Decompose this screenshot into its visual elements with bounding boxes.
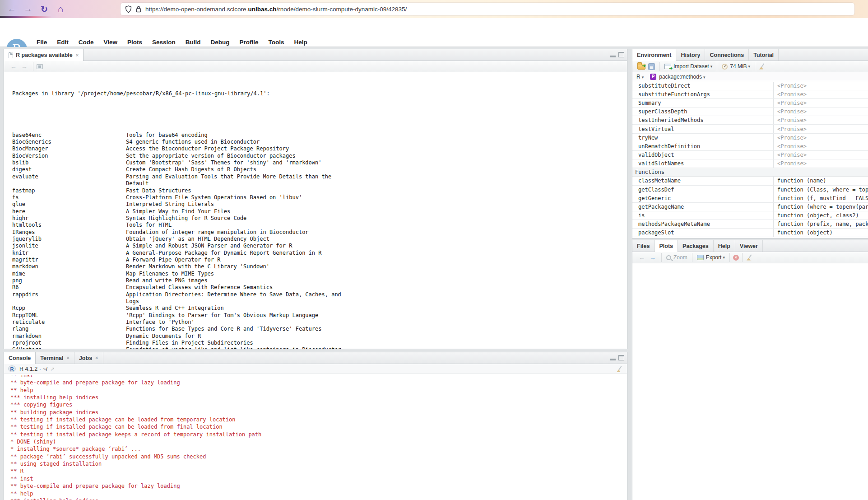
tracking-shield-icon[interactable] <box>125 5 132 13</box>
environment-row[interactable]: superClassDepth <Promise> <box>632 107 868 116</box>
package-name: rmarkdown <box>12 333 126 340</box>
object-value: function (name) <box>774 177 826 185</box>
tab-files[interactable]: Files <box>632 240 655 252</box>
package-name: Rcpp <box>12 305 126 312</box>
menu-item-view[interactable]: View <box>99 39 123 46</box>
document-icon <box>9 52 13 58</box>
tab-viewer[interactable]: Viewer <box>735 240 763 252</box>
r-logo-icon: R <box>8 365 16 372</box>
maximize-pane-icon[interactable] <box>618 355 624 360</box>
menu-item-plots[interactable]: Plots <box>122 39 147 46</box>
menu-item-profile[interactable]: Profile <box>235 39 264 46</box>
object-name: getPackageName <box>632 203 774 211</box>
package-name: fastmap <box>12 187 126 194</box>
language-selector[interactable]: R▾ <box>636 74 644 80</box>
tab-terminal[interactable]: Terminal × <box>36 352 74 364</box>
environment-row[interactable]: classMetaName function (name) <box>632 177 868 185</box>
object-name: tryNew <box>632 134 774 142</box>
memory-usage-button[interactable]: 74 MiB ▾ <box>720 62 752 70</box>
tab-r-packages-available[interactable]: R packages available × <box>4 49 84 61</box>
remove-plot-icon[interactable]: × <box>733 255 739 261</box>
tab-history[interactable]: History <box>676 49 705 61</box>
environment-row[interactable]: getPackageName function (where = topenv(… <box>632 203 868 211</box>
lock-icon[interactable] <box>136 6 141 13</box>
package-description: A Simple and Robust JSON Parser and Gene… <box>126 243 292 249</box>
environment-row[interactable]: Summary <Promise> <box>632 99 868 107</box>
library-path-header: Packages in library '/project/home/pesco… <box>12 90 627 97</box>
open-in-new-window-icon[interactable]: ↗ <box>50 366 55 372</box>
environment-selector[interactable]: package:methods▾ <box>659 74 705 80</box>
package-name: highr <box>12 215 126 222</box>
package-row: BiocManager Access the Bioconductor Proj… <box>12 145 627 152</box>
browser-forward-button[interactable]: → <box>22 3 34 15</box>
browser-back-button[interactable]: ← <box>5 3 18 15</box>
environment-row[interactable]: testVirtual <Promise> <box>632 125 868 133</box>
environment-row[interactable]: substituteDirect <Promise> <box>632 82 868 90</box>
menu-item-build[interactable]: Build <box>181 39 206 46</box>
clear-environment-icon[interactable] <box>758 63 765 70</box>
package-name: IRanges <box>12 229 126 236</box>
import-dataset-button[interactable]: Import Dataset ▾ <box>663 62 714 70</box>
close-tab-icon[interactable]: × <box>66 355 69 360</box>
memory-usage-caret: ▾ <box>748 64 751 69</box>
clear-all-plots-icon[interactable] <box>746 254 752 261</box>
minimize-pane-icon[interactable] <box>610 55 616 57</box>
previous-plot-icon[interactable]: ← <box>636 254 647 261</box>
package-name: BiocGenerics <box>12 139 126 145</box>
browser-refresh-button[interactable]: ↻ <box>38 3 51 15</box>
package-row: rlang Functions for Base Types and Core … <box>12 326 627 332</box>
save-workspace-button[interactable] <box>647 62 656 71</box>
environment-row[interactable]: getClassDef function (Class, where = top… <box>632 186 868 194</box>
menu-item-help[interactable]: Help <box>289 39 312 46</box>
menu-item-session[interactable]: Session <box>147 39 181 46</box>
object-value: function (f, mustFind = FALSE <box>774 194 868 202</box>
browser-home-button[interactable]: ⌂ <box>54 3 67 15</box>
tab-connections[interactable]: Connections <box>705 49 749 61</box>
next-plot-icon[interactable]: → <box>647 254 658 261</box>
package-name: here <box>12 208 126 215</box>
console-output[interactable]: ** inst** byte-compile and prepare packa… <box>4 375 627 500</box>
show-in-new-window-icon[interactable] <box>37 64 43 69</box>
source-back-icon[interactable]: ← <box>8 63 19 70</box>
zoom-plot-button[interactable]: Zoom <box>665 253 689 262</box>
source-forward-icon[interactable]: → <box>19 63 30 70</box>
package-description: Encapsulated Classes with Reference Sema… <box>126 284 273 291</box>
menu-item-file[interactable]: File <box>32 39 52 46</box>
object-name: validSlotNames <box>632 159 774 168</box>
tab-environment[interactable]: Environment <box>632 49 676 61</box>
environment-tabbar: Environment History Connections Tutorial <box>632 49 868 61</box>
package-description: 'Rcpp' Bindings to Parser for Tom's Obvi… <box>126 312 318 319</box>
environment-row[interactable]: unRematchDefinition <Promise> <box>632 142 868 151</box>
maximize-pane-icon[interactable] <box>618 52 624 57</box>
environment-row[interactable]: is function (object, class2) <box>632 211 868 220</box>
environment-row[interactable]: tryNew <Promise> <box>632 134 868 142</box>
environment-row[interactable]: validObject <Promise> <box>632 151 868 159</box>
close-tab-icon[interactable]: × <box>95 355 98 360</box>
menu-item-debug[interactable]: Debug <box>206 39 235 46</box>
package-name: rappdirs <box>12 291 126 298</box>
environment-row[interactable]: methodsPackageMetaName function (prefix,… <box>632 220 868 229</box>
environment-row[interactable]: packageSlot function (object) <box>632 229 868 237</box>
browser-address-bar[interactable]: https://demo-open-ondemand.scicore.uniba… <box>121 3 854 15</box>
export-plot-button[interactable]: Export ▾ <box>696 253 726 262</box>
menu-item-tools[interactable]: Tools <box>264 39 289 46</box>
menu-item-edit[interactable]: Edit <box>52 39 74 46</box>
tab-help[interactable]: Help <box>714 240 735 252</box>
tab-console[interactable]: Console <box>4 352 36 364</box>
tab-jobs[interactable]: Jobs × <box>74 352 103 364</box>
menu-item-code[interactable]: Code <box>74 39 99 46</box>
clear-console-icon[interactable] <box>616 366 622 373</box>
environment-row[interactable]: substituteFunctionArgs <Promise> <box>632 90 868 99</box>
tab-plots[interactable]: Plots <box>655 240 678 252</box>
environment-row[interactable]: validSlotNames <Promise> <box>632 159 868 168</box>
source-toolbar: ← → <box>4 61 627 72</box>
package-name: htmltools <box>12 222 126 229</box>
environment-row[interactable]: testInheritedMethods <Promise> <box>632 116 868 125</box>
tab-packages[interactable]: Packages <box>678 240 714 252</box>
close-tab-icon[interactable]: × <box>76 53 79 58</box>
tab-tutorial[interactable]: Tutorial <box>749 49 779 61</box>
environment-toolbar: Import Dataset ▾ 74 MiB ▾ <box>632 61 868 72</box>
minimize-pane-icon[interactable] <box>610 358 616 360</box>
environment-row[interactable]: getGeneric function (f, mustFind = FALSE <box>632 194 868 203</box>
load-workspace-button[interactable] <box>636 63 647 70</box>
